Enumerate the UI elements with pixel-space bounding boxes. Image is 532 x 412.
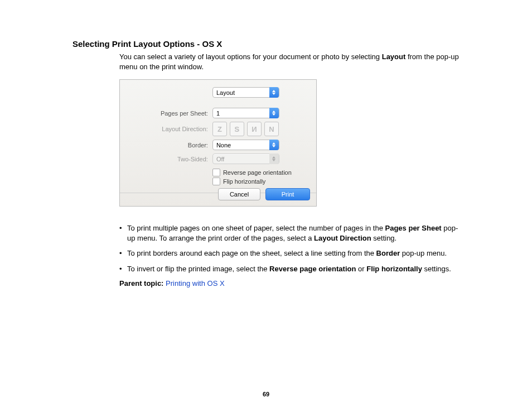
parent-topic-label: Parent topic: (119, 279, 163, 288)
intro-part1: You can select a variety of layout optio… (119, 52, 382, 61)
border-label: Border: (120, 138, 210, 152)
layout-direction-4[interactable]: N (264, 122, 279, 136)
page-number: 69 (0, 391, 532, 397)
bold: Flip horizontally (366, 265, 422, 273)
pages-per-sheet-popup[interactable]: 1 (212, 108, 279, 118)
flip-horizontally-label: Flip horizontally (223, 178, 265, 185)
list-item: To print multiple pages on one sheet of … (119, 223, 460, 243)
flip-horizontally-row: Flip horizontally (212, 178, 314, 185)
list-item: To invert or flip the printed image, sel… (119, 264, 460, 274)
chevron-updown-icon (269, 140, 279, 150)
flip-horizontally-checkbox[interactable] (212, 178, 220, 185)
intro-text: You can select a variety of layout optio… (119, 52, 460, 71)
list-item: To print borders around each page on the… (119, 248, 460, 258)
instruction-list: To print multiple pages on one sheet of … (119, 223, 460, 274)
parent-topic: Parent topic: Printing with OS X (119, 279, 460, 288)
reverse-orientation-label: Reverse page orientation (223, 169, 292, 176)
bold: Reverse page orientation (269, 265, 356, 273)
chevron-updown-icon (269, 108, 279, 118)
layout-direction-2[interactable]: S (230, 122, 244, 136)
border-popup[interactable]: None (212, 140, 279, 150)
chevron-updown-icon (269, 154, 279, 164)
text: settings. (422, 265, 451, 273)
text: To print borders around each page on the… (127, 249, 376, 257)
two-sided-label: Two-Sided: (120, 152, 210, 166)
two-sided-popup: Off (212, 154, 279, 164)
reverse-orientation-checkbox[interactable] (212, 169, 220, 176)
text: pop-up menu. (400, 249, 447, 257)
print-button[interactable]: Print (265, 188, 310, 200)
pages-per-sheet-value: 1 (216, 110, 220, 117)
bold: Layout Direction (314, 234, 371, 242)
bold: Pages per Sheet (385, 224, 442, 232)
intro-bold: Layout (382, 52, 406, 61)
layout-direction-3[interactable]: И (247, 122, 262, 136)
panel-popup[interactable]: Layout (212, 87, 279, 98)
print-dialog-screenshot: Layout Pages per Sheet: 1 Layout Directi… (119, 79, 317, 207)
reverse-orientation-row: Reverse page orientation (212, 169, 314, 176)
layout-direction-group: Z S И N (212, 122, 279, 136)
text: or (356, 265, 366, 273)
text: To invert or flip the printed image, sel… (127, 265, 269, 273)
parent-topic-link[interactable]: Printing with OS X (166, 279, 225, 288)
text: To print multiple pages on one sheet of … (127, 224, 385, 232)
layout-direction-label: Layout Direction: (120, 120, 210, 138)
pages-per-sheet-label: Pages per Sheet: (120, 106, 210, 120)
border-value: None (216, 142, 231, 148)
text: setting. (371, 234, 397, 242)
two-sided-value: Off (216, 156, 224, 162)
page-heading: Selecting Print Layout Options - OS X (72, 39, 460, 49)
chevron-updown-icon (269, 87, 279, 98)
bold: Border (376, 249, 400, 257)
panel-popup-value: Layout (216, 89, 235, 96)
layout-direction-1[interactable]: Z (212, 122, 227, 136)
cancel-button[interactable]: Cancel (218, 188, 260, 200)
